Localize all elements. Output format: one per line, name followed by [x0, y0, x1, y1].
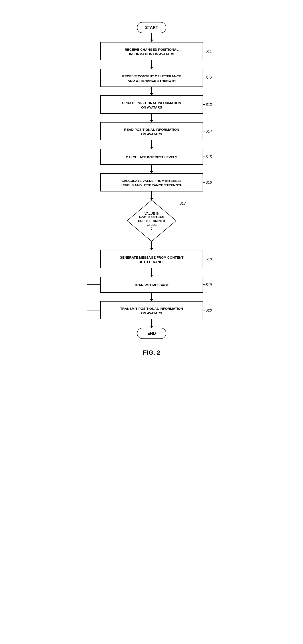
s11-text-1: INFORMATION ON AVATARS [129, 52, 174, 56]
s18-text-0: GENERATE MESSAGE FROM CONTENT [120, 256, 183, 259]
s18-step-label: S18 [205, 257, 212, 261]
s20-text-0: TRANSMIT POSITIONAL INFORMATION [120, 307, 183, 310]
s12-text-1: AND UTTERANCE STRENGTH [128, 79, 176, 82]
end-label: END [147, 331, 156, 336]
s15-step-label: S15 [205, 155, 212, 159]
s19-text-0: TRANSMIT MESSAGE [134, 283, 169, 287]
s16-step-label: S16 [205, 180, 212, 184]
s18-text-1: OF UTTERANCE [138, 260, 165, 264]
s13-step-label: S13 [205, 103, 212, 106]
flowchart-svg: STARTRECEIVE CHANGED POSITIONALINFORMATI… [76, 9, 227, 375]
s17-text-1: NOT LESS THAN [139, 216, 164, 219]
s14-step-label: S14 [205, 130, 212, 133]
s14-text-1: ON AVATARS [141, 132, 162, 136]
svg-marker-24 [150, 275, 153, 277]
s13-text-0: UPDATE POSITIONAL INFORMATION [122, 101, 181, 105]
svg-marker-4 [150, 67, 153, 69]
s20-text-1: ON AVATARS [141, 311, 162, 315]
s20-step-label: S20 [205, 308, 212, 312]
s11-text-0: RECEIVE CHANGED POSITIONAL [125, 48, 179, 51]
svg-marker-7 [150, 94, 153, 96]
s17-text-0: VALUE IS [144, 212, 159, 215]
s14-text-0: READ POSITIONAL INFORMATION [124, 128, 179, 132]
s11-step-label: S11 [205, 49, 212, 53]
s19-step-label: S19 [205, 283, 212, 287]
svg-marker-16 [150, 171, 153, 174]
svg-marker-34 [150, 326, 153, 328]
s17-text-2: PREDETERMINED [138, 219, 165, 223]
s16-text-0: CALCULATE VALUE FROM INTEREST [121, 179, 182, 182]
s15-text-0: CALCULATE INTEREST LEVELS [126, 155, 177, 159]
svg-marker-21 [150, 248, 153, 250]
svg-marker-19 [150, 198, 153, 200]
svg-marker-31 [150, 299, 153, 301]
s13-text-1: ON AVATARS [141, 106, 162, 109]
svg-marker-13 [150, 147, 153, 149]
s17-text-3: VALUE [146, 223, 157, 226]
svg-marker-10 [150, 120, 153, 122]
s17-step-label: S17 [179, 202, 186, 205]
start-label: START [145, 25, 158, 30]
s16-text-1: LEVELS AND UTTERANCE STRENGTH [121, 183, 183, 187]
s17-text-4: ? [150, 227, 153, 230]
s12-step-label: S12 [205, 76, 212, 80]
s12-text-0: RECEIVE CONTENT OF UTTERANCE [122, 74, 181, 78]
svg-marker-1 [150, 40, 153, 42]
figure-caption: FIG. 2 [143, 349, 160, 356]
